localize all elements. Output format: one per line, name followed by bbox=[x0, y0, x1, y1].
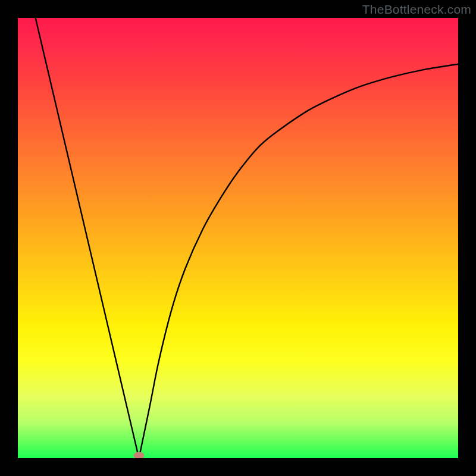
chart-frame: TheBottleneck.com bbox=[0, 0, 476, 476]
chart-svg bbox=[18, 18, 458, 458]
curve-path bbox=[36, 18, 458, 458]
watermark-text: TheBottleneck.com bbox=[362, 2, 471, 17]
minimum-marker bbox=[134, 452, 145, 458]
plot-area bbox=[18, 18, 458, 458]
curve-group bbox=[36, 18, 458, 458]
